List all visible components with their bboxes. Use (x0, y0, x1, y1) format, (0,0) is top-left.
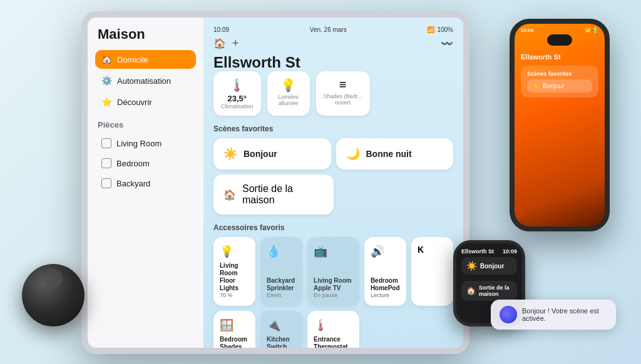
homepod-body (22, 264, 85, 326)
room-living-room[interactable]: Living Room (95, 134, 196, 152)
shades-acc-icon: 🪟 (220, 318, 249, 332)
siri-notification: Bonjour ! Votre scène est activée. (491, 300, 616, 330)
status-tiles: 🌡️ 23,5° Climatisation 💡 Lumièreallumée … (213, 71, 453, 116)
header-row: 🏠 + 〰️ (213, 37, 453, 50)
homepod-top (44, 269, 63, 288)
shades-acc-name: BedroomShades (220, 336, 249, 348)
add-icon[interactable]: + (232, 37, 239, 50)
status-tile-climate[interactable]: 🌡️ 23,5° Climatisation (213, 71, 261, 116)
room-label-bedroom: Bedroom (116, 159, 150, 168)
climate-label: Climatisation (221, 103, 254, 109)
sprinkler-name: BackyardSprinkler (267, 277, 296, 292)
accessory-sprinkler[interactable]: 💧 BackyardSprinkler Éteint (260, 237, 302, 306)
climate-value: 23,5° (221, 94, 254, 103)
bulb-icon: 💡 (220, 245, 249, 258)
watch-bonjour-label: Bonjour (480, 263, 504, 270)
phone-status-icons: 📶 🔋 (585, 28, 598, 33)
scenes-grid: ☀️ Bonjour 🌙 Bonne nuit (213, 138, 453, 169)
tablet-statusbar: 10:09 Ven. 26 mars 📶 100% (213, 26, 453, 33)
siri-text: Bonjour ! Votre scène est activée. (522, 307, 607, 322)
shades-icon: ≡ (324, 78, 362, 92)
room-label-living: Living Room (116, 139, 162, 148)
phone-statusbar: 10:09 📶 🔋 (515, 24, 605, 34)
phone-time: 10:09 (521, 28, 533, 33)
floor-lights-name: Living RoomFloor Lights (220, 262, 249, 292)
sprinkler-status: Éteint (267, 292, 296, 298)
room-bedroom[interactable]: Bedroom (95, 154, 196, 172)
scene-bonjour[interactable]: ☀️ Bonjour (213, 138, 331, 169)
room-label-backyard: Backyard (116, 179, 150, 188)
kitchen-switch-name: KitchenSwitch (267, 336, 296, 348)
wifi-icon: 📶 (427, 26, 434, 33)
sidebar-item-label-discover: Découvrir (117, 98, 152, 107)
accessory-floor-lights[interactable]: 💡 Living RoomFloor Lights 70 % (213, 237, 255, 306)
watch-sortie-label: Sortie de la maison (479, 285, 512, 297)
sprinkler-icon: 💧 (267, 245, 296, 258)
accessory-homepod[interactable]: 🔊 BedroomHomePod Lecture (364, 237, 406, 306)
sidebar-item-automatisation[interactable]: ⚙️ Automatisation (95, 71, 196, 90)
phone-content: Ellsworth St Scènes favorites ☀️Bonjour (515, 51, 605, 226)
rooms-section-title: Pièces (95, 120, 196, 129)
house-leave-icon: 🏠 (223, 189, 236, 201)
sidebar-item-decouvrir[interactable]: ⭐ Découvrir (95, 93, 196, 111)
scenes-section-title: Scènes favorites (213, 124, 453, 133)
phone: 10:09 📶 🔋 Ellsworth St Scènes favorites … (510, 19, 610, 231)
siri-waves-icon[interactable]: 〰️ (441, 38, 453, 49)
accessory-k[interactable]: K (411, 237, 453, 306)
watch-title: Ellsworth St (461, 248, 494, 255)
sidebar-title: Maison (95, 26, 196, 43)
accessory-shades[interactable]: 🪟 BedroomShades Ouvert (213, 311, 255, 348)
shades-label: Shades (Bedr...ouvert (324, 93, 362, 106)
status-tile-shades[interactable]: ≡ Shades (Bedr...ouvert (316, 71, 370, 116)
phone-home-title: Ellsworth St (521, 53, 598, 61)
watch-scene-sortie[interactable]: 🏠 Sortie de la maison (461, 281, 517, 301)
floor-lights-status: 70 % (220, 292, 249, 298)
phone-screen: 10:09 📶 🔋 Ellsworth St Scènes favorites … (515, 24, 605, 226)
sun-icon: ☀️ (223, 147, 237, 161)
scene-bonjour-label: Bonjour (244, 149, 277, 159)
homepod-acc-status: Lecture (371, 292, 400, 298)
watch-time: 10:09 (503, 248, 517, 255)
accessories-grid: 💡 Living RoomFloor Lights 70 % 💧 Backyar… (213, 237, 453, 348)
homepod-mini (19, 264, 88, 333)
sidebar: Maison 🏠 Domicile ⚙️ Automatisation ⭐ Dé… (88, 18, 203, 348)
main-content: 10:09 Ven. 26 mars 📶 100% 🏠 + 〰️ Ellswor… (203, 18, 463, 348)
accessory-appletv[interactable]: 📺 Living RoomApple TV En pause (307, 237, 359, 306)
accessory-kitchen-switch[interactable]: 🔌 KitchenSwitch Éteint (260, 311, 302, 348)
room-icon-backyard (101, 178, 111, 188)
sidebar-item-domicile[interactable]: 🏠 Domicile (95, 50, 196, 69)
k-icon: K (418, 245, 447, 255)
scene-bonne-nuit[interactable]: 🌙 Bonne nuit (336, 138, 454, 169)
homepod-acc-name: BedroomHomePod (371, 277, 400, 292)
watch-header: Ellsworth St 10:09 (461, 248, 517, 255)
tablet-date: Ven. 26 mars (310, 26, 347, 33)
sidebar-item-label-auto: Automatisation (117, 76, 171, 86)
accessories-section-title: Accessoires favoris (213, 223, 453, 232)
sidebar-item-label-domicile: Domicile (117, 55, 148, 64)
page-title: Ellsworth St (213, 54, 453, 71)
room-icon-bedroom (101, 158, 111, 168)
accessory-thermostat[interactable]: 🌡️ EntranceThermostat... Clim. : 22,0° (307, 311, 359, 348)
tablet: Maison 🏠 Domicile ⚙️ Automatisation ⭐ Dé… (81, 11, 469, 354)
switch-icon: 🔌 (267, 318, 296, 332)
appletv-name: Living RoomApple TV (314, 277, 353, 292)
home-nav-icon[interactable]: 🏠 (213, 38, 226, 49)
tv-icon: 📺 (314, 245, 353, 258)
room-backyard[interactable]: Backyard (95, 174, 196, 192)
appletv-status: En pause (314, 292, 353, 298)
light-label: Lumièreallumée (275, 94, 302, 106)
thermostat-icon: 🌡️ (314, 318, 353, 332)
speaker-icon: 🔊 (371, 245, 400, 258)
scene-sortie-label: Sortie de la maison (242, 183, 324, 206)
siri-orb (500, 306, 517, 323)
moon-icon: 🌙 (346, 147, 360, 161)
scene-sortie[interactable]: 🏠 Sortie de la maison (213, 174, 334, 215)
light-icon: 💡 (275, 78, 302, 93)
star-icon: ⭐ (101, 97, 112, 107)
watch-scene-bonjour[interactable]: ☀️ Bonjour (461, 257, 517, 275)
climate-icon: 🌡️ (221, 78, 254, 93)
battery-level: 100% (437, 26, 453, 33)
scene-bonne-nuit-label: Bonne nuit (366, 149, 412, 159)
watch-house-icon: 🏠 (466, 286, 476, 295)
status-tile-light[interactable]: 💡 Lumièreallumée (267, 71, 310, 116)
